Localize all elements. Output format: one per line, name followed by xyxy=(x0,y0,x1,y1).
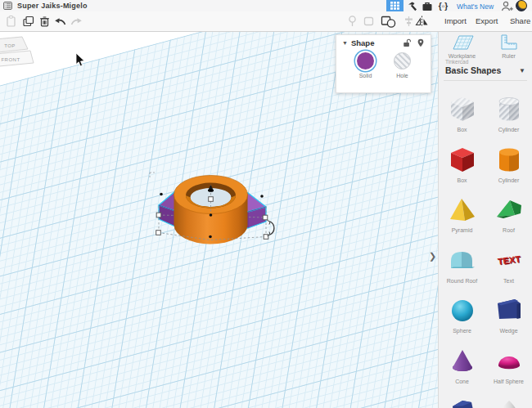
shape-tile-label: Cone xyxy=(455,379,469,384)
solid-swatch[interactable] xyxy=(357,52,374,69)
workplane-icon xyxy=(450,34,475,52)
shape-tile-label: Cylinder xyxy=(498,177,520,183)
shape-tile-label: Wedge xyxy=(499,328,517,334)
edit-toolbar: Import Export Share xyxy=(0,11,532,32)
midpoint-handle-top-left[interactable] xyxy=(160,193,163,196)
tools-icon[interactable] xyxy=(407,1,418,11)
shape-tile-round-roof[interactable]: Round Roof xyxy=(439,244,485,295)
midpoint-handle-bottom[interactable] xyxy=(209,235,212,239)
shape-tile-box[interactable]: Box xyxy=(439,93,485,144)
shape-tile-label: Box xyxy=(457,177,467,183)
shape-tile-cone[interactable]: Cone xyxy=(439,345,485,396)
box-icon xyxy=(446,144,479,177)
solid-label: Solid xyxy=(359,73,372,78)
shape-tile-label: Roof xyxy=(503,227,515,233)
duplicate-icon[interactable] xyxy=(21,15,35,28)
export-button[interactable]: Export xyxy=(476,16,498,25)
delete-icon[interactable] xyxy=(38,15,52,28)
shape-tile-cylinder[interactable]: Cylinder xyxy=(485,93,532,144)
midpoint-handle-top-right[interactable] xyxy=(260,195,264,198)
workplane-tool[interactable]: Workplane xyxy=(439,34,485,59)
add-user-icon[interactable] xyxy=(501,1,514,11)
shape-tile-label: Pyramid xyxy=(452,227,473,233)
whats-new-link[interactable]: What's New xyxy=(457,2,494,11)
shape-tile-cylinder[interactable]: Cylinder xyxy=(485,144,532,195)
scale-handle-bottom-left[interactable] xyxy=(156,231,161,235)
shape-tile-box[interactable]: Box xyxy=(439,144,485,195)
unlock-icon[interactable] xyxy=(403,38,411,47)
selected-model[interactable] xyxy=(156,176,274,244)
shape-tile-half-sphere[interactable]: Half Sphere xyxy=(485,345,532,396)
grid-icon xyxy=(390,2,399,10)
view-cube[interactable]: TOP FRONT xyxy=(0,37,34,67)
paraboloid-icon xyxy=(493,395,525,408)
hole-label: Hole xyxy=(396,73,408,78)
shape-tile-polygon[interactable] xyxy=(439,395,485,408)
shape-tile-text[interactable]: TEXTTEXTText xyxy=(485,244,532,295)
solid-option[interactable]: Solid xyxy=(347,51,384,78)
collapse-panel-chevron[interactable]: ❯ xyxy=(429,251,436,262)
shapes-sidebar: Workplane Ruler Tinkercad Basic Shapes ▼… xyxy=(438,31,532,408)
paste-icon[interactable] xyxy=(4,15,18,28)
shape-tile-label: Cylinder xyxy=(498,127,520,132)
scale-handle-top[interactable] xyxy=(209,197,214,202)
scale-handle-bottom-right[interactable] xyxy=(264,235,268,240)
dashboard-menu-icon[interactable] xyxy=(3,2,12,10)
pin-icon[interactable] xyxy=(347,15,358,28)
shape-tile-roof[interactable]: Roof xyxy=(485,194,532,244)
hole-swatch[interactable] xyxy=(394,52,411,69)
svg-text:{▫}: {▫} xyxy=(439,2,448,11)
shape-tile-label: Half Sphere xyxy=(494,379,524,384)
ungroup-icon[interactable] xyxy=(362,15,376,28)
text-icon: TEXTTEXT xyxy=(493,244,525,277)
group-icon[interactable] xyxy=(381,15,396,28)
cylinder-icon xyxy=(493,144,525,177)
ruler-tool[interactable]: Ruler xyxy=(485,34,532,59)
ruler-label: Ruler xyxy=(502,53,516,59)
cylinder-hole-icon xyxy=(493,93,525,126)
polygon-icon xyxy=(446,395,479,408)
dropdown-caret-icon[interactable]: ▼ xyxy=(519,67,525,74)
shape-tile-label: Sphere xyxy=(453,328,471,334)
collapse-caret-icon[interactable]: ▼ xyxy=(342,40,348,46)
shape-tile-label: Text xyxy=(503,278,514,284)
hole-option[interactable]: Hole xyxy=(384,51,421,78)
workplane-label: Workplane xyxy=(449,53,476,59)
shape-tile-wedge[interactable]: Wedge xyxy=(485,294,532,345)
redo-icon[interactable] xyxy=(70,15,83,28)
half-sphere-icon xyxy=(493,345,525,378)
user-avatar[interactable] xyxy=(516,0,527,11)
selection-corner-mark xyxy=(150,173,155,177)
shape-tile-label: Round Roof xyxy=(447,278,477,284)
code-blocks-icon[interactable]: {▫} xyxy=(437,1,449,11)
shape-inspector-panel: ▼ Shape Solid Hole xyxy=(336,34,431,93)
view-cube-top-label[interactable]: TOP xyxy=(4,43,16,48)
sphere-icon xyxy=(446,294,479,327)
shape-tile-paraboloid[interactable] xyxy=(485,395,532,408)
rotate-handle[interactable] xyxy=(268,221,274,236)
roof-icon xyxy=(493,194,525,226)
mouse-cursor xyxy=(76,53,84,66)
view-blocks-button[interactable] xyxy=(386,0,404,11)
box-hole-icon xyxy=(446,93,479,126)
shape-tile-label: Box xyxy=(457,127,467,132)
view-cube-front-label[interactable]: FRONT xyxy=(1,57,20,62)
shape-tile-pyramid[interactable]: Pyramid xyxy=(439,194,485,244)
midpoint-handle-center[interactable] xyxy=(210,213,213,217)
shape-library-grid: BoxCylinderBoxCylinderPyramidRoofRound R… xyxy=(439,93,532,408)
briefcase-icon[interactable] xyxy=(422,1,433,11)
mirror-icon[interactable] xyxy=(415,15,429,28)
scale-handle-right[interactable] xyxy=(263,215,268,220)
share-button[interactable]: Share xyxy=(510,16,530,25)
wedge-icon xyxy=(493,294,525,327)
scale-handle-left[interactable] xyxy=(156,213,161,217)
cone-icon xyxy=(446,345,479,378)
library-dropdown[interactable]: Basic Shapes xyxy=(445,65,501,75)
pin-icon[interactable] xyxy=(417,38,425,47)
round-roof-icon xyxy=(446,244,479,277)
shape-tile-sphere[interactable]: Sphere xyxy=(439,294,485,345)
align-icon[interactable] xyxy=(404,15,414,28)
undo-icon[interactable] xyxy=(53,15,67,28)
ruler-icon xyxy=(498,34,520,52)
import-button[interactable]: Import xyxy=(444,16,467,25)
